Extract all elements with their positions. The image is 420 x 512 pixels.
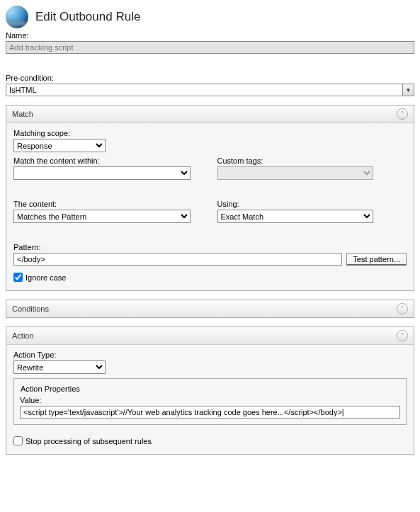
conditions-panel-header[interactable]: Conditions ˅: [6, 300, 414, 317]
the-content-label: The content:: [13, 200, 203, 208]
stop-processing-label: Stop processing of subsequent rules: [25, 437, 152, 445]
test-pattern-button[interactable]: Test pattern...: [346, 253, 407, 266]
content-within-select[interactable]: [13, 166, 191, 180]
action-panel: Action ˄ Action Type: Rewrite Action Pro…: [6, 326, 414, 455]
precondition-label: Pre-condition:: [6, 74, 414, 82]
match-panel-title: Match: [12, 110, 33, 118]
action-properties-legend: Action Properties: [18, 385, 82, 393]
precondition-combo[interactable]: [6, 84, 414, 96]
action-panel-header[interactable]: Action ˄: [6, 327, 414, 345]
stop-processing-checkbox[interactable]: [13, 436, 23, 445]
the-content-select[interactable]: Matches the Pattern: [13, 210, 191, 223]
chevron-up-icon[interactable]: ˄: [397, 330, 408, 341]
match-panel-header[interactable]: Match ˄: [6, 106, 414, 123]
name-input: [6, 41, 414, 54]
chevron-up-icon[interactable]: ˄: [397, 108, 408, 120]
matching-scope-label: Matching scope:: [13, 129, 407, 137]
chevron-down-icon[interactable]: ˅: [397, 303, 408, 314]
match-panel: Match ˄ Matching scope: Response Match t…: [6, 105, 414, 291]
ignore-case-checkbox[interactable]: [13, 273, 23, 282]
value-label: Value:: [20, 396, 400, 404]
conditions-panel: Conditions ˅: [6, 300, 414, 318]
globe-icon: [6, 6, 28, 28]
custom-tags-select: [217, 166, 373, 180]
pattern-input[interactable]: [13, 253, 342, 266]
action-panel-title: Action: [12, 331, 34, 340]
action-type-label: Action Type:: [13, 351, 407, 359]
conditions-panel-title: Conditions: [12, 305, 49, 313]
content-within-label: Match the content within:: [13, 157, 203, 165]
using-label: Using:: [217, 200, 407, 208]
page-title: Edit Outbound Rule: [35, 10, 140, 24]
custom-tags-label: Custom tags:: [217, 157, 407, 165]
pattern-label: Pattern:: [13, 243, 407, 251]
ignore-case-label: Ignore case: [25, 273, 66, 282]
action-type-select[interactable]: Rewrite: [13, 360, 106, 374]
value-input[interactable]: [20, 406, 400, 419]
using-select[interactable]: Exact Match: [217, 210, 373, 223]
name-label: Name:: [6, 31, 414, 40]
dropdown-icon[interactable]: ▼: [402, 84, 414, 96]
matching-scope-select[interactable]: Response: [13, 139, 106, 152]
